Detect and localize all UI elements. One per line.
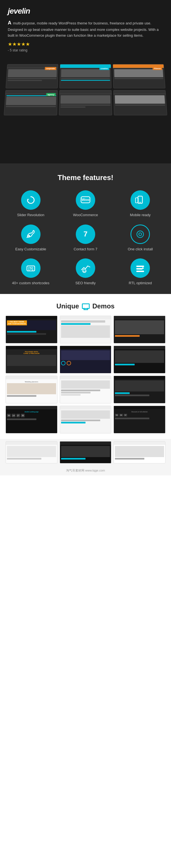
brand-logo: jevelin bbox=[8, 7, 163, 16]
svg-text:7: 7 bbox=[83, 230, 88, 238]
dt-content-op-2 bbox=[61, 422, 86, 424]
ci-line-6a bbox=[115, 105, 165, 106]
dt-content-creative-1 bbox=[61, 320, 105, 322]
demo-thumb-portfolio[interactable] bbox=[113, 376, 166, 403]
easy-customizable-icon bbox=[21, 224, 40, 244]
demo-thumb-creative[interactable] bbox=[60, 316, 112, 343]
demo-thumb-agency[interactable] bbox=[60, 346, 112, 373]
description-lead: A bbox=[8, 20, 11, 26]
ci-body-4 bbox=[4, 94, 57, 109]
watermark: 淘气哥素材网 www.tqge.com bbox=[0, 466, 171, 475]
dt-hero-onepage bbox=[61, 410, 110, 419]
dt-body-landing: Jevelin Landing page 56 14 27 55 bbox=[6, 409, 57, 422]
contact-form-7-icon: 7 bbox=[76, 224, 95, 244]
dt-extra-body-2 bbox=[60, 445, 111, 461]
demo-thumb-extra-2[interactable] bbox=[60, 441, 112, 463]
dt-body-agency bbox=[60, 349, 111, 367]
demos-title-part2: Demos bbox=[93, 302, 115, 310]
dt-header-agency bbox=[60, 346, 111, 349]
dt-header-landing bbox=[6, 406, 57, 409]
rating-stars: ★★★★★ bbox=[8, 41, 163, 47]
ci-badge-creative: creative bbox=[99, 67, 109, 70]
dt-count-2: 14 bbox=[12, 414, 15, 417]
ci-body-2 bbox=[60, 68, 111, 83]
dt-countdown: 56 14 27 55 bbox=[7, 414, 56, 417]
dt-extra-header-2 bbox=[60, 441, 111, 445]
demo-thumb-wedding[interactable]: Wedding planners bbox=[5, 376, 58, 403]
demo-thumb-fitness[interactable] bbox=[113, 316, 166, 343]
demo-thumb-personal-trainer[interactable] bbox=[113, 346, 166, 373]
collage-item-1: corporate bbox=[5, 64, 58, 88]
demo-thumb-blog[interactable] bbox=[60, 376, 112, 403]
feature-woocommerce: Woo WooCommerce bbox=[60, 190, 110, 218]
feature-seo-friendly: SEO SEO friendly bbox=[60, 258, 110, 286]
svg-point-8 bbox=[137, 231, 143, 238]
dt-content-op-1 bbox=[61, 420, 100, 421]
dt-content-blog-2 bbox=[61, 392, 91, 394]
shortcodes-icon: [S] bbox=[21, 258, 40, 278]
demo-thumb-onepage[interactable] bbox=[60, 406, 112, 433]
dt-body-blog bbox=[60, 379, 111, 397]
demo-thumb-extra-1[interactable] bbox=[5, 441, 58, 463]
dt-header-creative bbox=[60, 316, 111, 319]
collage-item-5 bbox=[59, 90, 112, 115]
easy-customizable-label: Easy Customizable bbox=[15, 247, 46, 252]
dt-hero-blog bbox=[61, 380, 110, 389]
dt-header-blog bbox=[60, 376, 111, 379]
ci-line-5a bbox=[61, 105, 110, 106]
demos-title-part1: Unique bbox=[56, 302, 79, 310]
dt-content-portfolio-1 bbox=[115, 392, 130, 394]
demo-thumb-polished[interactable]: POLISHED WITHCARE & PRECISION bbox=[5, 346, 58, 373]
collage-section: corporate creative Fitness bbox=[0, 58, 171, 163]
svg-marker-17 bbox=[142, 267, 144, 269]
feature-slider-revolution: Slider Revolution bbox=[5, 190, 56, 218]
ci-img-4 bbox=[6, 97, 56, 105]
dt-ecom-countdown: 56 09 57 bbox=[115, 414, 164, 416]
slider-revolution-label: Slider Revolution bbox=[17, 213, 44, 218]
dt-hero-fitness bbox=[115, 320, 164, 334]
dt-count-4: 55 bbox=[21, 414, 25, 417]
dt-body-creative bbox=[60, 319, 111, 340]
svg-point-9 bbox=[139, 233, 142, 236]
ci-body-3 bbox=[113, 68, 165, 81]
features-grid: Slider Revolution Woo WooCommerce Mobi bbox=[5, 190, 166, 286]
dt-body-polished: POLISHED WITHCARE & PRECISION bbox=[6, 349, 57, 368]
ci-badge-agency: agency bbox=[46, 93, 56, 96]
demo-thumb-landing[interactable]: Jevelin Landing page 56 14 27 55 bbox=[5, 406, 58, 433]
shortcodes-label: 40+ custom shortcodes bbox=[12, 281, 49, 286]
dt-ecommerce-text: Discounts on full collection bbox=[115, 410, 164, 413]
ci-img-6 bbox=[115, 95, 165, 104]
demo-thumb-corporate[interactable]: THE BEST THEMEFOR YOUR BUSINESS bbox=[5, 316, 58, 343]
svg-point-6 bbox=[28, 235, 30, 237]
slider-revolution-icon bbox=[21, 190, 40, 210]
dt-hero-agency bbox=[61, 350, 110, 360]
dt-landing-title: Jevelin Landing page bbox=[7, 410, 56, 413]
contact-form-7-label: Contact form 7 bbox=[74, 247, 97, 252]
demos-title: Unique Demos bbox=[5, 302, 166, 310]
brand-name: jevelin bbox=[8, 7, 30, 15]
dt-hero-wedding bbox=[7, 383, 56, 394]
one-click-install-label: One click install bbox=[128, 247, 153, 252]
ci-img-3 bbox=[114, 69, 163, 77]
dt-content-blog-1 bbox=[61, 390, 100, 391]
feature-mobile-ready: Mobile ready bbox=[115, 190, 166, 218]
dt-content-creative-2 bbox=[61, 323, 91, 325]
svg-text:[S]: [S] bbox=[28, 266, 33, 270]
demo-thumb-ecommerce[interactable]: Discounts on full collection 56 09 57 bbox=[113, 406, 166, 433]
brand-description: A multi-purpose, mobile ready WordPress … bbox=[8, 19, 163, 38]
dt-wedding-text: Wedding planners bbox=[7, 380, 56, 383]
seo-friendly-label: SEO friendly bbox=[75, 281, 96, 286]
demos-grid: THE BEST THEMEFOR YOUR BUSINESS POLISHED… bbox=[5, 316, 166, 433]
dt-badge-corporate: THE BEST THEMEFOR YOUR BUSINESS bbox=[7, 320, 27, 326]
ci-line-4b bbox=[6, 106, 56, 107]
dt-body-ecommerce: Discounts on full collection 56 09 57 bbox=[114, 409, 165, 421]
features-title: Theme features! bbox=[5, 174, 166, 182]
demo-thumb-extra-3[interactable] bbox=[113, 441, 166, 463]
ci-img-2 bbox=[61, 69, 110, 77]
dt-extra-header-3 bbox=[114, 441, 165, 445]
dt-body-onepage bbox=[60, 409, 111, 425]
ci-body-6 bbox=[113, 94, 166, 107]
extra-demos-section bbox=[0, 439, 171, 466]
dt-header-corp bbox=[6, 316, 57, 319]
dt-body-portfolio bbox=[114, 379, 165, 398]
